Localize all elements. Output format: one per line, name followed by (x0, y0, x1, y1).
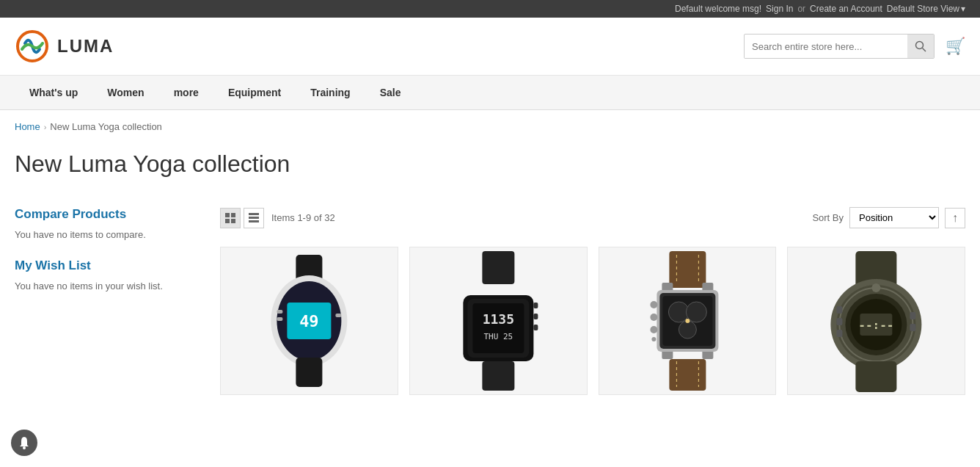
svg-line-2 (923, 48, 926, 52)
product-card[interactable]: --:-- (787, 247, 965, 395)
svg-rect-58 (837, 306, 843, 314)
wishlist-text: You have no items in your wish list. (15, 280, 205, 292)
breadcrumb-separator: › (44, 123, 47, 131)
svg-point-42 (685, 319, 690, 323)
compare-products-title: Compare Products (15, 207, 205, 222)
svg-rect-29 (669, 251, 706, 288)
svg-rect-9 (249, 220, 259, 222)
main-nav: What's up Women more Equipment Training … (0, 76, 980, 110)
logo[interactable]: LUMA (15, 29, 114, 64)
nav-sale[interactable]: Sale (365, 76, 416, 109)
svg-rect-5 (225, 219, 230, 223)
svg-rect-25 (482, 361, 514, 391)
watch-3-svg (599, 247, 776, 394)
header: LUMA 🛒 (0, 18, 980, 76)
logo-icon (15, 29, 50, 64)
content-area: Compare Products You have no items to co… (0, 200, 980, 395)
nav-more[interactable]: more (159, 76, 213, 109)
nav-women[interactable]: Women (92, 76, 158, 109)
breadcrumb-current: New Luma Yoga collection (50, 121, 162, 132)
wishlist-title: My Wish List (15, 258, 205, 273)
svg-text:--:--: --:-- (859, 318, 894, 332)
product-card[interactable]: 49 (220, 247, 398, 395)
watch-4-svg: --:-- (788, 247, 965, 394)
svg-rect-28 (533, 325, 538, 330)
breadcrumb: Home › New Luma Yoga collection (0, 110, 980, 143)
svg-rect-19 (482, 251, 514, 284)
sort-select[interactable]: Position Product Name Price (849, 207, 939, 228)
sort-label: Sort By (812, 212, 844, 223)
svg-rect-64 (856, 361, 897, 392)
store-view-label: Default Store View (887, 4, 959, 14)
search-button[interactable] (907, 35, 934, 58)
svg-rect-16 (277, 310, 282, 314)
sort-direction-button[interactable]: ↑ (945, 208, 965, 228)
svg-rect-3 (225, 213, 230, 217)
search-input[interactable] (745, 35, 907, 58)
product-image: --:-- (788, 247, 965, 394)
svg-rect-6 (231, 219, 235, 223)
product-image (599, 247, 776, 394)
create-account-link[interactable]: Create an Account (810, 4, 882, 14)
store-view-selector[interactable]: Default Store View ▾ (887, 4, 965, 14)
svg-point-1 (916, 42, 924, 49)
product-image: 1135 THU 25 (410, 247, 587, 394)
chevron-down-icon: ▾ (961, 4, 965, 14)
breadcrumb-home[interactable]: Home (15, 121, 40, 132)
products-grid: 49 (220, 247, 965, 395)
sidebar: Compare Products You have no items to co… (15, 200, 205, 395)
grid-view-button[interactable] (220, 208, 241, 228)
svg-rect-8 (249, 217, 259, 219)
svg-rect-18 (335, 314, 341, 317)
svg-point-46 (651, 337, 656, 341)
svg-point-43 (650, 301, 657, 308)
svg-rect-61 (910, 312, 916, 319)
svg-rect-59 (837, 318, 843, 325)
top-bar: Default welcome msg! Sign In or Create a… (0, 0, 980, 18)
main-content: Items 1-9 of 32 Sort By Position Product… (220, 200, 965, 395)
svg-point-41 (679, 321, 696, 339)
welcome-msg: Default welcome msg! (675, 4, 761, 14)
logo-text: LUMA (57, 36, 114, 57)
svg-point-63 (872, 283, 881, 292)
grid-view-buttons (220, 208, 264, 228)
nav-equipment[interactable]: Equipment (213, 76, 296, 109)
list-view-button[interactable] (244, 208, 264, 228)
watch-1-svg: 49 (221, 247, 398, 394)
svg-point-45 (650, 326, 657, 333)
search-icon (915, 40, 926, 52)
svg-rect-47 (669, 359, 706, 391)
product-image: 49 (221, 247, 398, 394)
list-icon (249, 213, 259, 223)
nav-training[interactable]: Training (296, 76, 365, 109)
svg-rect-15 (296, 358, 322, 387)
svg-rect-26 (533, 303, 538, 308)
or-separator: or (797, 4, 805, 14)
product-card[interactable] (599, 247, 777, 395)
sign-in-link[interactable]: Sign In (766, 4, 793, 14)
watch-2-svg: 1135 THU 25 (410, 247, 587, 394)
product-card[interactable]: 1135 THU 25 (409, 247, 588, 395)
cart-icon[interactable]: 🛒 (946, 37, 965, 56)
toolbar-right: Sort By Position Product Name Price ↑ (812, 207, 965, 228)
compare-products-block: Compare Products You have no items to co… (15, 207, 205, 240)
svg-rect-62 (910, 324, 916, 331)
items-count: Items 1-9 of 32 (271, 212, 335, 223)
svg-rect-4 (231, 213, 235, 217)
compare-products-text: You have no items to compare. (15, 229, 205, 240)
svg-rect-27 (533, 314, 538, 319)
svg-point-40 (686, 302, 706, 322)
toolbar-left: Items 1-9 of 32 (220, 208, 335, 228)
svg-text:49: 49 (299, 312, 319, 330)
svg-text:1135: 1135 (482, 311, 513, 327)
nav-whats-up[interactable]: What's up (15, 76, 92, 109)
svg-rect-60 (837, 330, 843, 337)
header-right: 🛒 (744, 34, 965, 59)
svg-text:THU 25: THU 25 (483, 332, 513, 341)
svg-rect-7 (249, 213, 259, 215)
wishlist-block: My Wish List You have no items in your w… (15, 258, 205, 292)
toolbar: Items 1-9 of 32 Sort By Position Product… (220, 200, 965, 236)
search-box[interactable] (744, 34, 935, 59)
svg-point-44 (650, 314, 657, 321)
page-title: New Luma Yoga collection (0, 143, 980, 178)
